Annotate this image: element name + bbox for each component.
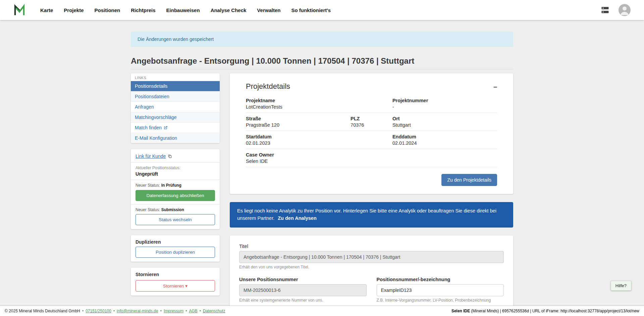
position-number-label: Positionsnummer/-bezeichnung: [377, 277, 504, 282]
plz-value: 70376: [351, 122, 392, 128]
collapse-icon[interactable]: –: [493, 83, 497, 90]
new-status-prefix: Neuer Status:: [136, 183, 160, 188]
sidebar: LINKS Positionsdetails Positionsdateien …: [131, 73, 220, 296]
divider: [131, 162, 220, 163]
startdatum-value: 02.01.2023: [246, 140, 392, 146]
divider: [131, 204, 220, 204]
main-column: Projektdetails – Projektname LotCreation…: [230, 73, 513, 312]
project-row-name: Projektname LotCreationTests Projektnumm…: [246, 95, 497, 113]
startdatum-label: Startdatum: [246, 134, 392, 139]
cancel-card: Stornieren Stornieren ▾: [131, 268, 220, 296]
current-status-label: Aktueller Positionsstatus:: [136, 166, 215, 170]
status-card: Link für Kunde Aktueller Positionsstatus…: [131, 149, 220, 229]
current-status-value: Ungeprüft: [136, 171, 215, 177]
our-position-number-label: Unsere Positionsnummer: [239, 277, 367, 282]
our-position-number-input: [239, 284, 367, 296]
analytics-banner: Es liegt noch keine Analytik zu Ihrer Po…: [230, 202, 513, 228]
projektnummer-label: Projektnummer: [392, 98, 497, 103]
nav-item-projekte[interactable]: Projekte: [64, 7, 84, 13]
nav-item-positionen[interactable]: Positionen: [95, 7, 120, 13]
project-details-card: Projektdetails – Projektname LotCreation…: [230, 73, 513, 194]
main-nav: Karte Projekte Positionen Richtpreis Ein…: [40, 7, 331, 13]
titel-label: Titel: [239, 244, 504, 249]
nav-item-richtpreis[interactable]: Richtpreis: [131, 7, 155, 13]
bullet-separator: •: [185, 309, 187, 313]
ort-value: Stuttgart: [392, 122, 497, 128]
page-content: Die Änderungen wurden gespeichert Angebo…: [0, 31, 644, 312]
position-form-card: Titel Erhält den von uns vorgegebenen Ti…: [230, 236, 513, 312]
projektnummer-value: -: [392, 104, 497, 110]
cancel-dropdown-button[interactable]: Stornieren ▾: [136, 280, 215, 292]
footer-datenschutz-link[interactable]: Datenschutz: [203, 309, 225, 313]
sidebar-item-positionsdateien[interactable]: Positionsdateien: [131, 91, 220, 102]
enddatum-label: Enddatum: [392, 134, 497, 139]
to-project-details-button[interactable]: Zu den Projektdetails: [441, 174, 497, 186]
external-link-icon: [164, 126, 168, 130]
footer: © 2025 Mineral Minds Deutschland GmbH • …: [0, 306, 644, 316]
nav-item-verwalten[interactable]: Verwalten: [257, 7, 280, 13]
customer-link-label: Link für Kunde: [136, 153, 166, 159]
projektname-label: Projektname: [246, 98, 392, 103]
cancel-heading: Stornieren: [136, 272, 215, 277]
position-number-help: Z.B. Interne-Vorgangsnummer, LV-Position…: [377, 298, 504, 303]
nav-right-actions: [600, 4, 631, 16]
title-divider: [131, 69, 513, 69]
footer-impressum-link[interactable]: Impressum: [164, 309, 183, 313]
sidebar-item-label: Match finden: [135, 125, 162, 130]
session-details: (Mineral Minds) | 69576255536d | URL of …: [470, 309, 639, 313]
project-row-owner: Case Owner Selen IDE: [246, 149, 497, 167]
person-icon: [619, 4, 631, 16]
bullet-separator: •: [200, 309, 201, 313]
switch-status-button[interactable]: Status wechseln: [136, 214, 215, 225]
sidebar-item-match-finden[interactable]: Match finden: [131, 122, 220, 133]
mineral-minds-logo[interactable]: [13, 4, 25, 16]
session-info: Selen IDE (Mineral Minds) | 69576255536d…: [451, 309, 639, 313]
duplicate-heading: Duplizieren: [136, 239, 215, 245]
footer-phone-link[interactable]: 07151/250100: [86, 309, 111, 313]
nav-item-karte[interactable]: Karte: [40, 7, 53, 13]
sidebar-item-anfragen[interactable]: Anfragen: [131, 102, 220, 112]
copyright-text: © 2025 Mineral Minds Deutschland GmbH: [5, 309, 80, 313]
complete-data-entry-button[interactable]: Datenerfassung abschließen: [136, 190, 215, 201]
enddatum-value: 02.01.2024: [392, 140, 497, 146]
sidebar-links-card: LINKS Positionsdetails Positionsdateien …: [131, 73, 220, 143]
to-analyses-link[interactable]: Zu den Analysen: [278, 215, 316, 221]
help-button[interactable]: Hilfe?: [611, 281, 631, 291]
new-status-prefix: Neuer Status:: [136, 207, 160, 212]
duplicate-position-button[interactable]: Position duplizieren: [136, 247, 215, 258]
nav-item-so-funktionierts[interactable]: So funktioniert's: [291, 7, 331, 13]
top-navigation-bar: Karte Projekte Positionen Richtpreis Ein…: [0, 0, 644, 20]
cancel-button-label: Stornieren: [163, 283, 184, 289]
server-icon[interactable]: [600, 5, 610, 15]
sidebar-item-positionsdetails[interactable]: Positionsdetails: [131, 81, 220, 91]
sidebar-item-email-konfiguration[interactable]: E-Mail Konfiguration: [131, 133, 220, 143]
plz-label: PLZ: [351, 116, 392, 121]
case-owner-value: Selen IDE: [246, 159, 497, 164]
footer-email-link[interactable]: info@mineral-minds.de: [117, 309, 158, 313]
new-status-review-value: In Prüfung: [161, 183, 181, 188]
titel-help-text: Erhält den von uns vorgegebenen Titel.: [239, 265, 504, 269]
user-avatar[interactable]: [619, 4, 631, 16]
footer-left: © 2025 Mineral Minds Deutschland GmbH • …: [5, 309, 225, 313]
projektname-value: LotCreationTests: [246, 104, 392, 110]
analytics-banner-text: Es liegt noch keine Analytik zu Ihrer Po…: [237, 208, 496, 221]
sidebar-item-matchingvorschlaege[interactable]: Matchingvorschläge: [131, 112, 220, 122]
project-row-dates: Startdatum 02.01.2023 Enddatum 02.01.202…: [246, 131, 497, 149]
logo-icon: [13, 4, 25, 16]
nav-item-einbauweisen[interactable]: Einbauweisen: [166, 7, 200, 13]
nav-item-analyse-check[interactable]: Analyse Check: [211, 7, 247, 13]
customer-link[interactable]: Link für Kunde: [136, 153, 172, 159]
session-user: Selen IDE: [451, 309, 470, 313]
bullet-separator: •: [82, 309, 84, 313]
case-owner-label: Case Owner: [246, 152, 497, 157]
footer-agb-link[interactable]: AGB: [189, 309, 197, 313]
duplicate-card: Duplizieren Position duplizieren: [131, 235, 220, 262]
links-header: LINKS: [131, 73, 220, 81]
bullet-separator: •: [113, 309, 115, 313]
copy-icon: [168, 154, 172, 159]
project-details-heading: Projektdetails: [246, 82, 290, 91]
save-success-alert: Die Änderungen wurden gespeichert: [131, 31, 513, 47]
new-status-submission-line: Neuer Status: Submission: [136, 207, 215, 212]
ort-label: Ort: [392, 116, 497, 121]
position-number-input[interactable]: [377, 284, 504, 296]
